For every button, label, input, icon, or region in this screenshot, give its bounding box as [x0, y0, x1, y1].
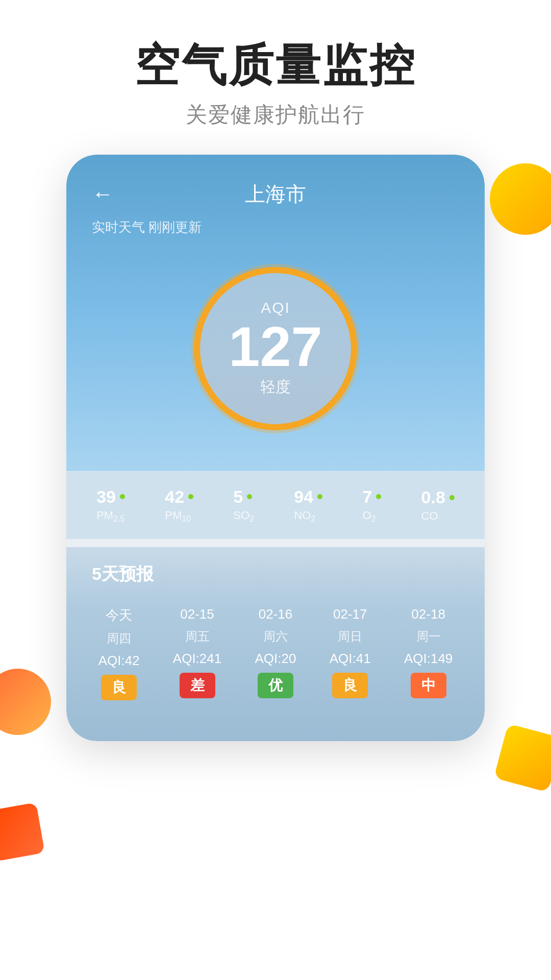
forecast-weekday-4: 周一 — [416, 628, 441, 645]
aqi-circle: AQI 127 轻度 — [194, 267, 357, 430]
forecast-header: 5天预报 — [66, 547, 485, 596]
o2-name: O2 — [362, 509, 375, 524]
forecast-aqi-2: AQI:20 — [255, 651, 296, 667]
forecast-day-2: 02-16 周六 AQI:20 优 — [255, 606, 296, 698]
page-header: 空气质量监控 关爱健康护航出行 — [0, 0, 551, 155]
so2-dot — [247, 494, 252, 499]
pollutants-row: 39 PM2.5 42 PM10 5 SO2 — [66, 471, 485, 539]
page-title: 空气质量监控 — [0, 41, 551, 90]
co-name: CO — [421, 509, 438, 523]
pollutant-co: 0.8 CO — [421, 487, 455, 523]
app-header: ← 上海市 — [92, 180, 459, 208]
forecast-date-4: 02-18 — [411, 606, 445, 622]
forecast-row: 今天 周四 AQI:42 良 02-15 周五 AQI:241 差 02-16 … — [66, 596, 485, 710]
aqi-label: AQI — [261, 299, 290, 316]
weather-top-section: ← 上海市 实时天气 刚刚更新 AQI 127 轻度 — [66, 155, 485, 471]
deco-rect-bottom-left — [0, 802, 45, 862]
so2-name: SO2 — [233, 509, 254, 524]
forecast-day-4: 02-18 周一 AQI:149 中 — [404, 606, 453, 698]
app-screen: ← 上海市 实时天气 刚刚更新 AQI 127 轻度 39 — [66, 155, 485, 741]
section-divider — [66, 539, 485, 547]
deco-circle-top-right — [490, 163, 551, 235]
aqi-desc: 轻度 — [260, 377, 291, 398]
forecast-weekday-0: 周四 — [107, 630, 131, 647]
deco-circle-bottom-left — [0, 669, 51, 735]
forecast-badge-2: 优 — [258, 673, 293, 698]
city-title: 上海市 — [245, 180, 306, 208]
pm25-dot — [120, 494, 125, 499]
phone-mockup: ← 上海市 实时天气 刚刚更新 AQI 127 轻度 39 — [66, 155, 485, 741]
pollutant-no2: 94 NO2 — [294, 487, 322, 524]
so2-value: 5 — [233, 487, 243, 507]
deco-rect-bottom-right — [494, 724, 551, 793]
back-button[interactable]: ← — [92, 182, 113, 206]
pollutant-pm10: 42 PM10 — [165, 487, 193, 524]
forecast-badge-1: 差 — [180, 673, 215, 698]
forecast-badge-3: 良 — [332, 673, 368, 698]
forecast-section: 5天预报 今天 周四 AQI:42 良 02-15 周五 AQI:241 差 0… — [66, 547, 485, 741]
no2-name: NO2 — [294, 509, 315, 524]
o2-value: 7 — [362, 487, 372, 507]
aqi-circle-container: AQI 127 轻度 — [92, 257, 459, 451]
pollutant-so2: 5 SO2 — [233, 487, 254, 524]
forecast-date-0: 今天 — [106, 606, 132, 624]
pm10-dot — [188, 494, 193, 499]
forecast-day-0: 今天 周四 AQI:42 良 — [98, 606, 140, 700]
no2-value: 94 — [294, 487, 313, 507]
forecast-badge-0: 良 — [101, 675, 137, 700]
forecast-day-1: 02-15 周五 AQI:241 差 — [173, 606, 221, 698]
pollutant-pm25: 39 PM2.5 — [96, 487, 125, 524]
forecast-weekday-1: 周五 — [185, 628, 210, 645]
forecast-aqi-3: AQI:41 — [330, 651, 371, 667]
forecast-aqi-1: AQI:241 — [173, 651, 221, 667]
pm10-value: 42 — [165, 487, 184, 507]
pm25-name: PM2.5 — [96, 509, 124, 524]
co-value: 0.8 — [421, 487, 445, 507]
forecast-aqi-4: AQI:149 — [404, 651, 453, 667]
pm25-value: 39 — [96, 487, 116, 507]
pollutant-o2: 7 O2 — [362, 487, 381, 524]
co-dot — [449, 495, 455, 500]
aqi-value: 127 — [229, 318, 322, 375]
o2-dot — [376, 494, 381, 499]
forecast-badge-4: 中 — [411, 673, 446, 698]
forecast-date-2: 02-16 — [259, 606, 293, 622]
forecast-date-3: 02-17 — [333, 606, 367, 622]
page-subtitle: 关爱健康护航出行 — [0, 101, 551, 129]
forecast-aqi-0: AQI:42 — [98, 653, 140, 669]
forecast-date-1: 02-15 — [180, 606, 214, 622]
pm10-name: PM10 — [165, 509, 191, 524]
forecast-day-3: 02-17 周日 AQI:41 良 — [330, 606, 371, 698]
forecast-weekday-3: 周日 — [338, 628, 362, 645]
weather-info-line: 实时天气 刚刚更新 — [92, 218, 459, 236]
forecast-weekday-2: 周六 — [263, 628, 288, 645]
no2-dot — [317, 494, 322, 499]
